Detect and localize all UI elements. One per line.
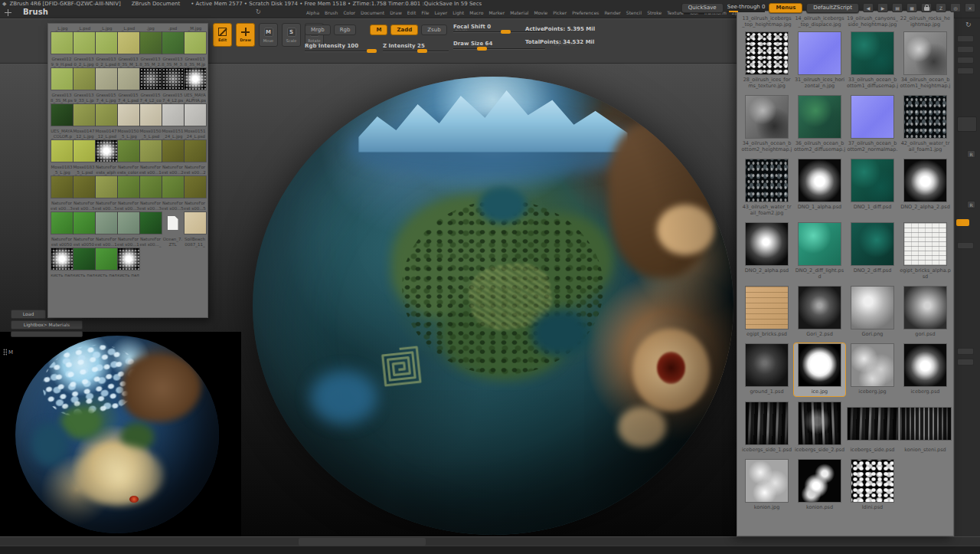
texture-item[interactable]: Grass0129_9_H.psd <box>51 57 73 90</box>
menu-draw[interactable]: Draw <box>390 10 402 15</box>
menu-macro[interactable]: Macro <box>469 10 483 15</box>
texture-item[interactable]: Moss0183_5_L.psd <box>73 165 95 198</box>
prev-icon[interactable]: ◀ <box>863 3 874 12</box>
menus-button[interactable]: Menus <box>769 3 802 13</box>
texture-item[interactable]: Grass0138_3S_M.psd <box>51 93 73 126</box>
texture-item[interactable]: NatureForest s00...1_H.jpg <box>117 237 139 270</box>
file-item[interactable]: ice.jpg <box>793 343 846 397</box>
clipped-button[interactable] <box>11 331 83 337</box>
file-item[interactable]: 22_oilrush_rocks_heightmap.jpg <box>899 14 952 29</box>
texture-item[interactable]: Grass0138_3S_M_3.psd <box>162 57 184 90</box>
file-item[interactable]: 31_oilrush_ices_horizontal_n.jpg <box>793 31 846 90</box>
m-button[interactable]: M <box>370 25 387 35</box>
texture-item[interactable]: UES_MAYA_COLOR.psd <box>51 129 73 162</box>
texture-item[interactable]: .psd <box>162 26 184 54</box>
texture-item[interactable]: UES_MAYA_ALPHA.psd <box>184 93 206 126</box>
close-icon[interactable]: × <box>965 3 975 12</box>
file-item[interactable]: DNO_1_diff.psd <box>846 158 899 218</box>
texture-item[interactable]: _L.jpg <box>95 26 117 54</box>
file-item[interactable]: DNO_2_alpha_2.psd <box>899 158 952 218</box>
texture-item[interactable]: Moss0147_12_L.jpg <box>73 129 95 162</box>
file-item[interactable]: konion.jpg <box>740 458 793 512</box>
scale-button[interactable]: S Scale <box>282 23 301 47</box>
materials-marker[interactable]: M <box>3 349 13 356</box>
file-item[interactable]: ground_1.psd <box>740 343 793 397</box>
file-item[interactable]: DNO_2_alpha.psd <box>740 221 793 281</box>
texture-item[interactable]: кисть пальм <box>73 273 95 280</box>
file-item[interactable]: 14_oilrush_icebergs_top_displace.jpg <box>793 14 846 29</box>
texture-item[interactable]: NatureForest s00...2_L.jpg <box>162 165 184 198</box>
texture-item[interactable]: кисть пальм <box>51 273 73 280</box>
file-item[interactable]: 28_oilrush_ices_forms_texture.jpg <box>740 31 793 90</box>
file-item[interactable]: icebergs_side.psd <box>846 401 899 454</box>
rgb-button[interactable]: Rgb <box>334 25 357 35</box>
shelf-button[interactable] <box>957 46 974 53</box>
file-item[interactable]: konion.psd <box>793 458 846 512</box>
file-item[interactable]: 34_oilrush_ocean_bottom1_heightmap.jpg <box>899 31 952 90</box>
texture-item[interactable]: NatureForest s00..._H.psd <box>139 237 162 270</box>
texture-item[interactable]: Grass0157_4_L2.psd <box>162 93 184 126</box>
texture-item[interactable]: кисть пальм <box>95 273 117 280</box>
default-zscript-button[interactable]: DefaultZScript <box>806 3 859 13</box>
menu-color[interactable]: Color <box>343 10 355 15</box>
zadd-button[interactable]: Zadd <box>390 25 418 35</box>
file-item[interactable]: icebergs_side_1.psd <box>740 401 793 454</box>
left-tray-icon[interactable]: ▤ <box>892 3 903 12</box>
see-through-track[interactable] <box>727 11 766 12</box>
file-item[interactable]: iceberg.psd <box>899 343 952 397</box>
move-button[interactable]: M Move <box>259 23 278 47</box>
edit-button[interactable]: Edit <box>213 23 232 47</box>
texture-item[interactable]: NatureForest s00...5_L.jpg <box>162 201 184 234</box>
file-item[interactable]: Gori_2.psd <box>793 285 846 339</box>
texture-item[interactable]: Grass0157_4_L2_copy.psd <box>139 93 162 126</box>
file-item[interactable]: 43_oilrush_water_trail_foam2.jpg <box>740 158 793 218</box>
texture-item[interactable]: Moss0151_24_L.psd <box>184 129 206 162</box>
texture-item[interactable]: Grass0130_2_L.psd <box>95 57 117 90</box>
file-item[interactable]: DNO_2_diff.psd <box>846 221 899 281</box>
shelf-button[interactable] <box>957 57 974 64</box>
lock-icon[interactable] <box>921 3 932 12</box>
texture-item[interactable]: NatureForest s0050_H.psd <box>73 237 95 270</box>
file-item[interactable]: egipt_bricks_alpha.psd <box>899 221 952 281</box>
texture-item[interactable]: .jpg <box>139 26 162 54</box>
menu-preferences[interactable]: Preferences <box>572 10 599 15</box>
texture-item[interactable]: _L.psd <box>117 26 139 54</box>
texture-item[interactable]: SoilBeach0087_11_L.jpg <box>184 237 206 270</box>
texture-item[interactable]: Grass0138_3S_M_2.psd <box>139 57 162 90</box>
file-item[interactable]: 36_oilrush_ocean_bottom2_diffusemap.jpg <box>793 94 846 154</box>
texture-item[interactable]: Moss0151_24_L.jpg <box>162 129 184 162</box>
rgb-intensity-slider[interactable]: Rgb Intensity 100 <box>305 43 375 52</box>
shelf-button[interactable] <box>957 67 974 74</box>
load-button[interactable]: Load <box>11 310 46 319</box>
file-item[interactable]: ldini.psd <box>846 458 899 512</box>
shelf-button[interactable] <box>957 359 974 366</box>
menu-stencil[interactable]: Stencil <box>626 10 642 15</box>
texture-item[interactable]: Moss0150_5_L.psd <box>139 129 162 162</box>
texture-item[interactable]: Ocean_7.ZTL <box>162 237 184 270</box>
texture-item[interactable]: NatureForests_color.psd <box>117 165 139 198</box>
bottom-scrollbar[interactable] <box>299 538 426 546</box>
texture-item[interactable]: кисть пальм <box>117 273 139 280</box>
texture-item[interactable]: _L.jpg <box>51 26 73 54</box>
menu-stroke[interactable]: Stroke <box>647 10 662 15</box>
menu-marker[interactable]: Marker <box>488 10 505 15</box>
quicksave-button[interactable]: QuickSave <box>681 3 724 13</box>
file-item[interactable]: 34_oilrush_ocean_bottom2_heightmap.jpg <box>740 94 793 154</box>
menu-file[interactable]: File <box>421 10 429 15</box>
record-icon[interactable]: ◎ <box>950 3 961 12</box>
file-item[interactable]: icebergs_side_2.psd <box>793 401 846 454</box>
shelf-button[interactable] <box>957 35 974 42</box>
file-item[interactable]: egipt_bricks.psd <box>740 285 793 339</box>
file-item[interactable]: 13_oilrush_icebergs_top_heightmap.jpg <box>740 14 793 29</box>
lightbox-materials-button[interactable]: Lightbox> Materials <box>11 320 83 329</box>
menu-brush[interactable]: Brush <box>325 10 338 15</box>
planet-sculpt[interactable] <box>253 77 733 535</box>
see-through-slider[interactable]: See-through 0 <box>727 4 766 12</box>
texture-item[interactable]: Grass0157_4_L.psd <box>117 93 139 126</box>
draw-button[interactable]: Draw <box>236 23 255 47</box>
shelf-preview[interactable] <box>957 116 977 132</box>
file-item[interactable]: DNO_1_alpha.psd <box>793 158 846 218</box>
texture-item[interactable]: NatureForest s00...5_L.psd <box>95 201 117 234</box>
texture-item[interactable]: NatureForest s00...3_L.jpg <box>51 201 73 234</box>
texture-item[interactable]: Grass0139_33_L.jpg <box>73 93 95 126</box>
